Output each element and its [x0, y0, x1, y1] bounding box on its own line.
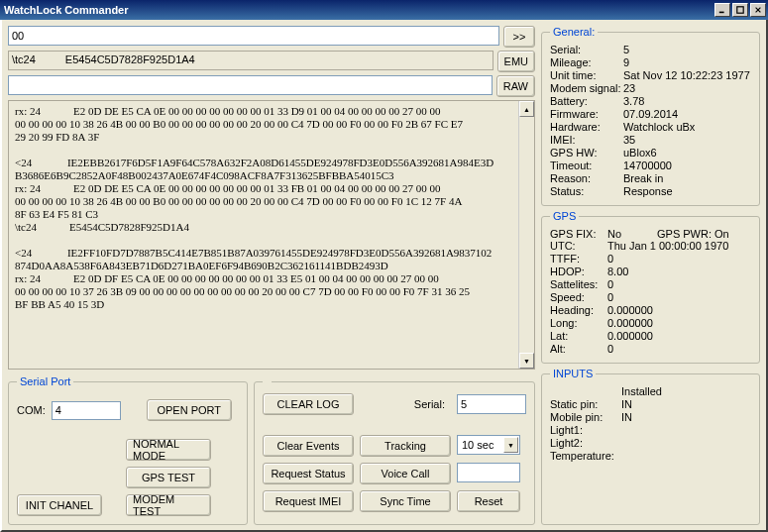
log-panel: rx: 24 E2 0D DE E5 CA 0E 00 00 00 00 00 … — [8, 100, 535, 370]
titlebar: WatchLock Commander — [0, 0, 768, 20]
val-gpshw: uBlox6 — [623, 147, 751, 159]
val-unit-time: Sat Nov 12 10:22:23 1977 — [623, 69, 751, 81]
lbl-hdop: HDOP: — [550, 266, 607, 277]
lbl-utc: UTC: — [550, 240, 607, 252]
emu-button[interactable]: EMU — [497, 51, 535, 72]
command-line-1[interactable] — [8, 26, 499, 46]
chevron-down-icon: ▼ — [503, 437, 518, 453]
val-hdop: 8.00 — [607, 266, 751, 277]
tracking-interval-value: 10 sec — [462, 439, 494, 451]
reset-button[interactable]: Reset — [457, 490, 520, 512]
encoded-hex: E5454C5D7828F925D1A4 — [65, 53, 195, 67]
serial-port-group: Serial Port COM: OPEN PORT INIT CHANEL — [8, 375, 248, 525]
minimize-button[interactable] — [714, 3, 730, 17]
svg-rect-0 — [719, 12, 724, 14]
normal-mode-button[interactable]: NORMAL MODE — [126, 439, 211, 461]
lbl-temp: Temperature: — [550, 450, 621, 462]
val-firmware: 07.09.2014 — [623, 108, 751, 120]
val-lat: 0.000000 — [607, 330, 751, 342]
lbl-gpshw: GPS HW: — [550, 147, 623, 159]
window-controls — [714, 3, 766, 17]
clear-events-button[interactable]: Clear Events — [263, 435, 354, 457]
close-button[interactable] — [750, 3, 766, 17]
val-long: 0.000000 — [607, 317, 751, 329]
lbl-sat: Sattelites: — [550, 278, 607, 290]
val-serial: 5 — [623, 44, 751, 55]
window-title: WatchLock Commander — [4, 4, 714, 16]
clear-log-button[interactable]: CLEAR LOG — [263, 393, 354, 415]
inputs-legend: INPUTS — [550, 368, 596, 379]
encoded-prefix: \tc24 — [12, 53, 36, 67]
lbl-unit-time: Unit time: — [550, 69, 623, 81]
voice-call-input[interactable] — [457, 463, 520, 482]
lbl-installed — [550, 385, 621, 397]
raw-button[interactable]: RAW — [496, 75, 535, 97]
open-port-button[interactable]: OPEN PORT — [147, 399, 232, 421]
val-timeout: 14700000 — [623, 160, 751, 171]
modem-test-button[interactable]: MODEM TEST — [126, 494, 211, 516]
val-light1 — [621, 424, 751, 436]
request-status-button[interactable]: Request Status — [263, 463, 354, 484]
general-legend: General: — [550, 26, 598, 38]
com-label: COM: — [17, 404, 46, 416]
tracking-interval-select[interactable]: 10 sec ▼ — [457, 435, 520, 455]
scroll-down-icon[interactable]: ▼ — [519, 353, 534, 369]
scroll-up-icon[interactable]: ▲ — [519, 101, 534, 117]
lbl-imei: IMEI: — [550, 134, 623, 146]
send-button[interactable]: >> — [503, 26, 535, 48]
lbl-static-pin: Static pin: — [550, 398, 621, 410]
val-gps-fix: No — [607, 228, 657, 240]
lbl-long: Long: — [550, 317, 607, 329]
lbl-alt: Alt: — [550, 343, 607, 355]
val-temp — [621, 450, 751, 462]
val-imei: 35 — [623, 134, 751, 146]
val-mobile-pin: IN — [621, 411, 751, 423]
lbl-reason: Reason: — [550, 172, 623, 184]
init-chanel-button[interactable]: INIT CHANEL — [17, 494, 102, 516]
val-reason: Break in — [623, 172, 751, 184]
val-speed: 0 — [607, 291, 751, 303]
lbl-modem: Modem signal: — [550, 82, 623, 94]
lbl-speed: Speed: — [550, 291, 607, 303]
lbl-gps-fix: GPS FIX: — [550, 228, 607, 240]
lbl-serial: Serial: — [550, 44, 623, 55]
val-static-pin: IN — [621, 398, 751, 410]
log-scrollbar[interactable]: ▲ ▼ — [518, 101, 534, 369]
val-hardware: Watchlock uBx — [623, 121, 751, 133]
maximize-button[interactable] — [732, 3, 748, 17]
lbl-hardware: Hardware: — [550, 121, 623, 133]
general-group: General: Serial:5 Mileage:9 Unit time:Sa… — [541, 26, 760, 206]
val-status: Response — [623, 185, 751, 197]
controls-legend — [263, 375, 272, 387]
lbl-light2: Light2: — [550, 437, 621, 449]
val-sat: 0 — [607, 278, 751, 290]
serial-label: Serial: — [360, 398, 451, 410]
lbl-firmware: Firmware: — [550, 108, 623, 120]
voice-call-button[interactable]: Voice Call — [360, 463, 451, 484]
val-battery: 3.78 — [623, 95, 751, 107]
lbl-mobile-pin: Mobile pin: — [550, 411, 621, 423]
com-input[interactable] — [52, 401, 121, 420]
gps-group: GPS GPS FIX:No GPS PWR:On UTC:Thu Jan 1 … — [541, 210, 760, 364]
val-heading: 0.000000 — [607, 304, 751, 316]
svg-rect-1 — [737, 7, 743, 13]
serial-port-legend: Serial Port — [17, 375, 73, 387]
lbl-ttff: TTFF: — [550, 253, 607, 265]
lbl-gps-pwr: GPS PWR: — [657, 228, 714, 240]
val-mileage: 9 — [623, 56, 751, 68]
request-imei-button[interactable]: Request IMEI — [263, 490, 354, 512]
val-gps-pwr: On — [714, 228, 744, 240]
inputs-group: INPUTS Installed Static pin:IN Mobile pi… — [541, 368, 760, 525]
encoded-line: \tc24 E5454C5D7828F925D1A4 — [8, 51, 494, 70]
log-text: rx: 24 E2 0D DE E5 CA 0E 00 00 00 00 00 … — [9, 101, 518, 369]
serial-input[interactable] — [457, 394, 526, 414]
gps-test-button[interactable]: GPS TEST — [126, 467, 211, 488]
tracking-button[interactable]: Tracking — [360, 435, 451, 457]
lbl-heading: Heading: — [550, 304, 607, 316]
controls-group: CLEAR LOG Serial: Clear Events Tracking … — [254, 375, 535, 525]
val-alt: 0 — [607, 343, 751, 355]
val-light2 — [621, 437, 751, 449]
raw-line[interactable] — [8, 75, 493, 95]
sync-time-button[interactable]: Sync Time — [360, 490, 451, 512]
lbl-lat: Lat: — [550, 330, 607, 342]
